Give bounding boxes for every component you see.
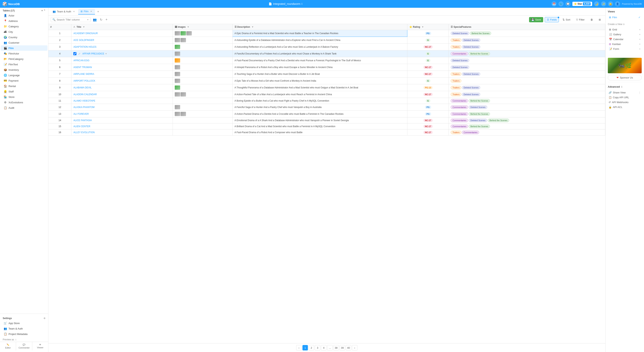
delete-btn[interactable]: 🗑: [588, 17, 595, 22]
row-description-cell[interactable]: A Thoughtful Panorama of a Database Admi…: [232, 84, 407, 91]
sidebar-item-payment[interactable]: 💳Payment: [1, 78, 48, 83]
sponsor-btn[interactable]: ❤ Sponsor Us: [608, 75, 642, 80]
fields-btn[interactable]: ☰ Fields: [545, 17, 559, 22]
row-description-cell[interactable]: A Boring Epistle of a Butler And a Cat w…: [232, 98, 407, 104]
share-view-item[interactable]: 🔗 Share View ⋮: [608, 90, 642, 95]
webhooks-item[interactable]: ↺ API Webhooks: [608, 100, 642, 105]
expand-icon[interactable]: ⤢: [78, 52, 81, 55]
tab-team-auth[interactable]: 👥 Team & Auth ✕: [50, 9, 78, 14]
copy-api-item[interactable]: 📋 Copy API URL: [608, 95, 642, 100]
page-prev-btn[interactable]: ‹: [296, 345, 302, 350]
title-link[interactable]: AFFAIR PREJUDICE: [82, 52, 104, 55]
rating-filter-icon[interactable]: ▼: [422, 26, 424, 28]
settings-item-project-metadata[interactable]: 📋Project Metadata: [1, 331, 48, 337]
row-description-cell[interactable]: A Touching Saga of a Hunter And a Butler…: [232, 71, 407, 78]
title-link[interactable]: ALADDIN CALENDAR: [73, 93, 97, 96]
view-type-grid[interactable]: ⊞ Grid +: [608, 27, 642, 32]
row-description-cell[interactable]: A Intrepid Panorama of a Robot And a Boy…: [232, 64, 407, 71]
sidebar-item-rental[interactable]: 🏠Rental: [1, 83, 48, 89]
row-description-cell[interactable]: A Action-Packed Drama of a Dentist And a…: [232, 111, 407, 117]
settings-item-team-&-auth[interactable]: 👥Team & Auth: [1, 326, 48, 331]
col-special-header[interactable]: ☰ SpecialFeatures: [449, 24, 605, 30]
title-link[interactable]: ACADEMY DINOSAUR: [73, 32, 98, 35]
view-type-form[interactable]: 📝 Form +: [608, 47, 642, 51]
title-link[interactable]: AIRPLANE SIERRA: [73, 73, 94, 75]
magic-icon-btn[interactable]: ✨: [601, 1, 606, 7]
chat-icon-btn[interactable]: 💬: [566, 1, 570, 7]
sidebar-item-category[interactable]: 📁Category: [1, 24, 48, 29]
page-3-btn[interactable]: 3: [315, 345, 320, 350]
search-box[interactable]: 🔍 ▼: [51, 17, 90, 22]
title-link[interactable]: ALABAMA DEVIL: [73, 86, 92, 89]
title-link[interactable]: ALLEY EVOLUTION: [73, 131, 95, 134]
theme-icon-btn[interactable]: 🌙: [594, 1, 599, 7]
sidebar-item-city[interactable]: 🏙City: [1, 29, 48, 35]
add-calendar-icon[interactable]: +: [639, 38, 640, 41]
sidebar-item-filmtext[interactable]: 📝FilmText: [1, 62, 48, 67]
sidebar-item-filmcategory[interactable]: 📂FilmCategory: [1, 56, 48, 62]
editor-btn[interactable]: ✏️ Editor: [0, 342, 16, 350]
title-link[interactable]: ALAMO VIDEOTAPE: [73, 99, 95, 102]
commenter-btn[interactable]: 💬 Commenter: [16, 342, 32, 350]
search-input[interactable]: [57, 18, 86, 21]
sidebar-item-store[interactable]: 🏪Store: [1, 94, 48, 100]
sidebar-item-customer[interactable]: 👥Customer: [1, 40, 48, 45]
page-39-btn[interactable]: 39: [340, 345, 345, 350]
members-icon[interactable]: 👥: [92, 17, 98, 22]
desc-filter-icon[interactable]: ▼: [251, 26, 254, 28]
row-description-cell[interactable]: A Brilliant Drama of a Cat And a Mad Sci…: [232, 123, 407, 129]
tab-team-close[interactable]: ✕: [72, 10, 76, 13]
add-table-icon[interactable]: +: [42, 9, 43, 12]
title-link[interactable]: AIRPORT POLLOCK: [73, 79, 95, 82]
sort-btn[interactable]: ⇅ Sort: [560, 17, 572, 22]
page-40-btn[interactable]: 40: [346, 345, 351, 350]
sidebar-item-film[interactable]: 🎬Film: [1, 45, 48, 51]
add-gallery-icon[interactable]: +: [639, 33, 640, 36]
view-type-calendar[interactable]: 📅 Calendar +: [608, 37, 642, 42]
twitter-icon-btn[interactable]: 🐦: [558, 1, 564, 7]
col-rating-header[interactable]: ⭐ Rating ▼: [407, 24, 449, 30]
row-description-cell[interactable]: A Fanciful Saga of a Hunter And a Pastry…: [232, 104, 407, 111]
tab-film-close[interactable]: ✕: [90, 10, 93, 13]
images-filter-icon[interactable]: ▼: [187, 26, 190, 28]
notification-icon-btn[interactable]: 🔔: [608, 1, 613, 7]
add-kanban-icon[interactable]: +: [639, 43, 640, 46]
user-icon-btn[interactable]: 👤: [615, 1, 620, 7]
add-tab-btn[interactable]: +: [96, 9, 101, 14]
title-link[interactable]: ALI FOREVER: [73, 113, 89, 115]
title-link[interactable]: ACE GOLDFINGER: [73, 39, 94, 42]
calendar-icon-btn[interactable]: 📅: [552, 1, 556, 7]
row-description-cell[interactable]: A Fast-Paced Documentary of a Pastry Che…: [232, 57, 407, 64]
refresh-icon[interactable]: ↻: [99, 17, 103, 22]
share-more-icon[interactable]: ⋮: [638, 91, 641, 94]
filter-btn[interactable]: ▽ Filter: [574, 17, 587, 22]
col-desc-header[interactable]: ☰ Description ▼: [232, 24, 407, 30]
row-checkbox[interactable]: [73, 52, 76, 55]
github-star-btn[interactable]: ⭐ Star 4,330: [572, 2, 592, 6]
settings-item-app-store[interactable]: 🛒App Store: [1, 320, 48, 326]
title-link[interactable]: AGENT TRUMAN: [73, 66, 92, 69]
page-2-btn[interactable]: 2: [309, 345, 314, 350]
sidebar-item-staff[interactable]: 👷Staff: [1, 89, 48, 94]
row-description-cell[interactable]: A Astounding Reflection of a Lumberjack …: [232, 44, 407, 50]
row-description-cell[interactable]: A Emotional Drama of a A Shark And a Dat…: [232, 117, 407, 123]
page-38-btn[interactable]: 38: [334, 345, 339, 350]
plus-icon[interactable]: +: [105, 17, 108, 23]
page-next-btn[interactable]: ›: [352, 345, 358, 350]
sidebar-item-actor[interactable]: 👤Actor: [1, 13, 48, 18]
app-logo[interactable]: 🎲 NocoDB: [2, 2, 20, 6]
add-form-icon[interactable]: +: [639, 48, 640, 50]
row-description-cell[interactable]: A Fast-Paced Drama of a Robot And a Comp…: [232, 129, 407, 135]
sidebar-item-address[interactable]: 📍Address: [1, 18, 48, 24]
row-description-cell[interactable]: A Action-Packed Tale of a Man And a Lumb…: [232, 91, 407, 98]
sidebar-item-country[interactable]: 🌍Country: [1, 35, 48, 40]
col-title-header[interactable]: A Title ▼: [72, 24, 172, 30]
title-link[interactable]: ALICE FANTASIA: [73, 119, 92, 122]
sidebar-item-audit[interactable]: 📋 Audit: [1, 105, 48, 110]
api-acl-item[interactable]: 🔒 API ACL: [608, 105, 642, 109]
sidebar-item-language[interactable]: 🌐Language: [1, 73, 48, 78]
view-type-kanban[interactable]: ⊟ Kanban +: [608, 42, 642, 47]
row-description-cell[interactable]: A Fanciful Documentary of a Frisbee And …: [232, 50, 407, 57]
title-link[interactable]: AFRICAN EGG: [73, 59, 90, 62]
col-images-header[interactable]: 🖼 images ▼: [172, 24, 232, 30]
